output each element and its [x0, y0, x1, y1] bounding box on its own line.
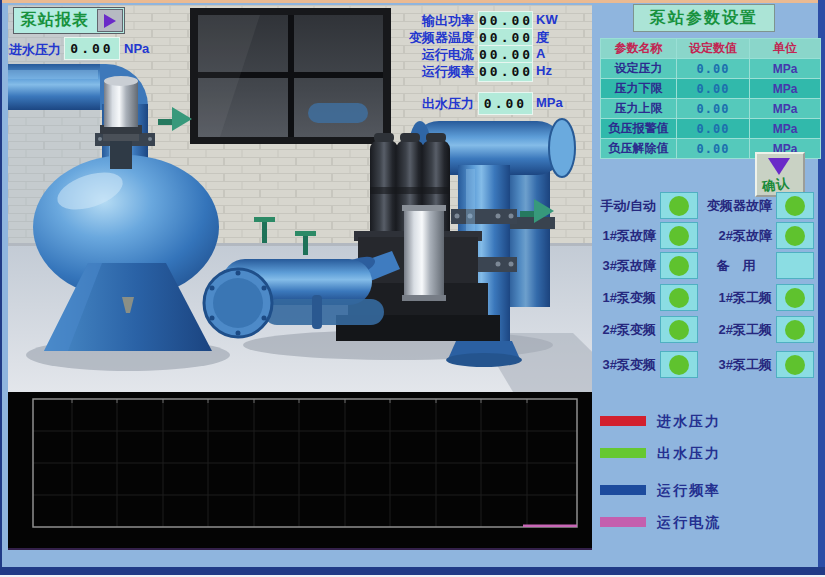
param-value-input[interactable]: 0.00 — [677, 139, 749, 158]
led-pump2-mains — [776, 316, 814, 343]
led-pump1-vfd — [660, 284, 698, 311]
legend-swatch-inlet-pressure — [600, 416, 646, 426]
output-power-unit: KW — [536, 12, 558, 27]
param-value-input[interactable]: 0.00 — [677, 119, 749, 138]
led-pump3-vfd — [660, 351, 698, 378]
window — [190, 8, 391, 144]
status-label-pump3-mains: 3#泵工频 — [700, 356, 772, 374]
frame-bottom-edge — [0, 567, 825, 575]
run-current-unit: A — [536, 46, 545, 61]
legend-swatch-run-current — [600, 517, 646, 527]
param-unit: MPa — [750, 99, 820, 118]
led-spare — [776, 252, 814, 279]
status-label-pump1-fault: 1#泵故障 — [588, 227, 656, 245]
inlet-pressure-unit: NPa — [124, 41, 149, 56]
outlet-pressure-label: 出水压力 — [370, 95, 474, 113]
pump-station-hmi: 泵站报表 进水压力 0.00 NPa 输出功率 00.00 KW 变频器温度 0… — [0, 0, 825, 577]
led-pump1-fault — [660, 222, 698, 249]
param-value-input[interactable]: 0.00 — [677, 59, 749, 78]
legend-label-inlet-pressure: 进水压力 — [657, 413, 721, 431]
trend-chart — [8, 392, 592, 550]
frame-top-edge — [0, 0, 825, 3]
play-icon — [104, 14, 116, 28]
status-label-spare: 备 用 — [700, 257, 772, 275]
param-unit: MPa — [750, 119, 820, 138]
settings-panel-title: 泵站参数设置 — [633, 4, 775, 32]
status-label-pump1-vfd: 1#泵变频 — [588, 289, 656, 307]
param-name: 设定压力 — [601, 59, 676, 78]
col-header-unit: 单位 — [750, 39, 820, 58]
status-label-pump2-vfd: 2#泵变频 — [588, 321, 656, 339]
run-current-label: 运行电流 — [370, 46, 474, 64]
param-value-input[interactable]: 0.00 — [677, 79, 749, 98]
legend-swatch-run-frequency — [600, 485, 646, 495]
status-label-pump1-mains: 1#泵工频 — [700, 289, 772, 307]
param-unit: MPa — [750, 79, 820, 98]
led-circle — [785, 320, 805, 340]
legend-label-run-current: 运行电流 — [657, 514, 721, 532]
led-circle — [785, 196, 805, 216]
trend-chart-plot — [8, 392, 592, 546]
status-label-manual-auto: 手动/自动 — [588, 197, 656, 215]
status-label-pump2-mains: 2#泵工频 — [700, 321, 772, 339]
outlet-pressure-unit: MPa — [536, 95, 563, 110]
status-label-inverter-fault: 变频器故障 — [700, 197, 772, 215]
param-unit: MPa — [750, 59, 820, 78]
led-circle — [669, 256, 689, 276]
run-frequency-label: 运行频率 — [370, 63, 474, 81]
frame-left-edge — [0, 0, 2, 577]
report-button[interactable]: 泵站报表 — [13, 7, 125, 34]
led-pump2-vfd — [660, 316, 698, 343]
confirm-triangle-icon — [768, 158, 790, 175]
param-value-input[interactable]: 0.00 — [677, 99, 749, 118]
led-circle — [669, 355, 689, 375]
legend-swatch-outlet-pressure — [600, 448, 646, 458]
led-circle — [669, 288, 689, 308]
inverter-temp-unit: 度 — [536, 29, 549, 47]
led-circle — [669, 226, 689, 246]
param-name: 负压报警值 — [601, 119, 676, 138]
led-inverter-fault — [776, 192, 814, 219]
status-label-pump3-fault: 3#泵故障 — [588, 257, 656, 275]
led-manual-auto — [660, 192, 698, 219]
legend-label-run-frequency: 运行频率 — [657, 482, 721, 500]
param-name: 压力下限 — [601, 79, 676, 98]
status-label-pump2-fault: 2#泵故障 — [700, 227, 772, 245]
param-name: 负压解除值 — [601, 139, 676, 158]
led-pump2-fault — [776, 222, 814, 249]
col-header-name: 参数名称 — [601, 39, 676, 58]
col-header-value: 设定数值 — [677, 39, 749, 58]
led-circle — [669, 196, 689, 216]
param-name: 压力上限 — [601, 99, 676, 118]
status-label-pump3-vfd: 3#泵变频 — [588, 356, 656, 374]
output-power-label: 输出功率 — [370, 12, 474, 30]
report-play-button[interactable] — [97, 9, 123, 32]
inverter-temp-label: 变频器温度 — [370, 29, 474, 47]
led-circle — [785, 226, 805, 246]
led-pump3-mains — [776, 351, 814, 378]
led-circle — [785, 355, 805, 375]
led-pump1-mains — [776, 284, 814, 311]
run-frequency-value: 00.00 — [478, 62, 533, 82]
parameter-table: 参数名称 设定数值 单位 设定压力 0.00 MPa 压力下限 0.00 MPa… — [600, 38, 821, 159]
inlet-pressure-value: 0.00 — [64, 37, 120, 60]
inlet-pressure-label: 进水压力 — [9, 41, 61, 59]
led-circle — [669, 320, 689, 340]
led-circle — [785, 288, 805, 308]
confirm-button[interactable]: 确认 — [755, 152, 805, 197]
run-frequency-unit: Hz — [536, 63, 552, 78]
report-button-label: 泵站报表 — [14, 10, 97, 31]
outlet-pressure-value: 0.00 — [478, 92, 533, 115]
led-pump3-fault — [660, 252, 698, 279]
current-trace-zero-line — [523, 525, 577, 528]
legend-label-outlet-pressure: 出水压力 — [657, 445, 721, 463]
